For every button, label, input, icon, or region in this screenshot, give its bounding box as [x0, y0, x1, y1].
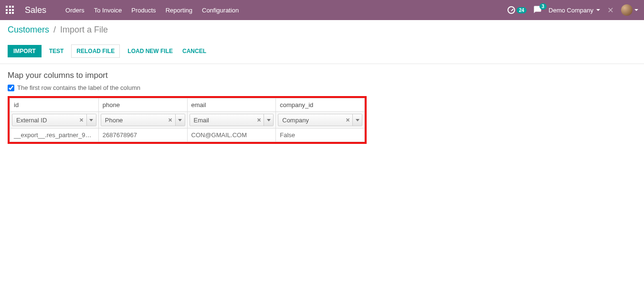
chat-badge: 3	[539, 3, 547, 10]
column-header: email	[187, 98, 276, 112]
section-title: Map your columns to import	[8, 71, 636, 80]
nav-item-products[interactable]: Products	[131, 7, 156, 14]
user-menu[interactable]	[621, 4, 638, 16]
first-row-checkbox-label: The first row contains the label of the …	[17, 84, 140, 91]
field-select-label: External ID	[12, 117, 77, 124]
timer-icon	[507, 6, 515, 14]
chevron-down-icon	[356, 119, 359, 121]
breadcrumb-separator: /	[53, 25, 56, 34]
breadcrumb: Customers / Import a File	[8, 25, 636, 35]
breadcrumb-current: Import a File	[60, 25, 108, 34]
navbar-left: Sales Orders To Invoice Products Reporti…	[6, 5, 239, 15]
field-select-row: External ID ✕ Phone ✕ Email ✕	[10, 112, 365, 129]
dropdown-toggle[interactable]	[175, 114, 185, 126]
reload-file-button[interactable]: RELOAD FILE	[71, 44, 120, 58]
timer-widget[interactable]: 24	[507, 6, 527, 14]
dropdown-toggle[interactable]	[86, 114, 96, 126]
timer-badge: 24	[517, 7, 527, 13]
content-area: Map your columns to import The first row…	[0, 64, 644, 151]
breadcrumb-parent[interactable]: Customers	[8, 25, 49, 34]
avatar	[621, 4, 633, 16]
dropdown-toggle[interactable]	[352, 114, 362, 126]
sample-cell: CON@GMAIL.COM	[187, 129, 276, 142]
field-select-label: Email	[190, 117, 254, 124]
field-select-label: Company	[278, 117, 343, 124]
field-select-id[interactable]: External ID ✕	[12, 114, 96, 126]
chevron-down-icon	[89, 119, 93, 121]
dropdown-toggle[interactable]	[264, 114, 273, 126]
nav-item-to-invoice[interactable]: To Invoice	[94, 7, 122, 14]
clear-icon[interactable]: ✕	[166, 117, 175, 123]
messaging-button[interactable]: 3	[533, 5, 542, 15]
header-row: id phone email company_id	[10, 98, 365, 112]
clear-icon[interactable]: ✕	[343, 117, 352, 123]
mapping-highlight-box: id phone email company_id External ID ✕ …	[8, 96, 367, 144]
column-header: id	[10, 98, 99, 112]
nav-item-configuration[interactable]: Configuration	[202, 7, 239, 14]
action-bar: IMPORT TEST RELOAD FILE LOAD NEW FILE CA…	[0, 43, 644, 64]
chevron-down-icon	[634, 9, 638, 11]
debug-icon[interactable]	[607, 6, 614, 14]
chevron-down-icon	[267, 119, 271, 121]
cancel-button[interactable]: CANCEL	[180, 45, 208, 57]
import-button[interactable]: IMPORT	[8, 45, 42, 57]
breadcrumb-bar: Customers / Import a File	[0, 20, 644, 43]
nav-item-reporting[interactable]: Reporting	[166, 7, 192, 14]
first-row-checkbox[interactable]	[8, 85, 14, 91]
column-header: phone	[98, 98, 187, 112]
navbar-right: 24 3 Demo Company	[507, 4, 638, 16]
first-row-checkbox-row[interactable]: The first row contains the label of the …	[8, 84, 636, 91]
top-navbar: Sales Orders To Invoice Products Reporti…	[0, 0, 644, 20]
column-header: company_id	[276, 98, 365, 112]
app-brand[interactable]: Sales	[25, 5, 46, 15]
chevron-down-icon	[178, 119, 182, 121]
field-select-phone[interactable]: Phone ✕	[101, 114, 185, 126]
sample-cell: 2687678967	[98, 129, 187, 142]
load-new-file-button[interactable]: LOAD NEW FILE	[126, 45, 175, 57]
field-select-label: Phone	[101, 117, 166, 124]
nav-items: Orders To Invoice Products Reporting Con…	[65, 7, 239, 14]
clear-icon[interactable]: ✕	[254, 117, 264, 123]
sample-cell: __export__.res_partner_91_38aabe30	[10, 129, 99, 142]
test-button[interactable]: TEST	[47, 45, 66, 57]
apps-icon[interactable]	[6, 6, 14, 14]
sample-data-row: __export__.res_partner_91_38aabe30 26876…	[10, 129, 365, 142]
clear-icon[interactable]: ✕	[77, 117, 86, 123]
mapping-table: id phone email company_id External ID ✕ …	[10, 98, 365, 142]
company-switcher[interactable]: Demo Company	[549, 7, 600, 14]
company-label: Demo Company	[549, 7, 593, 14]
field-select-company[interactable]: Company ✕	[278, 114, 362, 126]
nav-item-orders[interactable]: Orders	[65, 7, 84, 14]
sample-cell: False	[276, 129, 365, 142]
field-select-email[interactable]: Email ✕	[190, 114, 274, 126]
chevron-down-icon	[596, 9, 600, 11]
